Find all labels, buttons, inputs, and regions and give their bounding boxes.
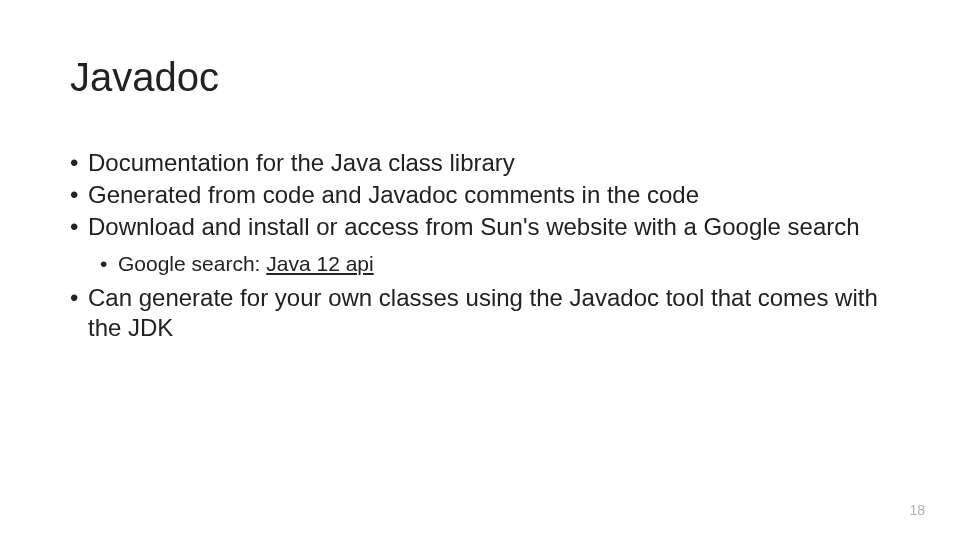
sub-bullet-prefix: Google search: bbox=[118, 252, 266, 275]
sub-bullet-item: Google search: Java 12 api bbox=[70, 250, 890, 277]
slide-title: Javadoc bbox=[70, 55, 890, 100]
bullet-item: Download and install or access from Sun'… bbox=[70, 212, 890, 242]
bullet-item: Documentation for the Java class library bbox=[70, 148, 890, 178]
search-link[interactable]: Java 12 api bbox=[266, 252, 373, 275]
page-number: 18 bbox=[909, 502, 925, 518]
sub-bullet-list: Google search: Java 12 api bbox=[70, 250, 890, 277]
bullet-list-2: Can generate for your own classes using … bbox=[70, 283, 890, 343]
bullet-list: Documentation for the Java class library… bbox=[70, 148, 890, 242]
slide-container: Javadoc Documentation for the Java class… bbox=[0, 0, 960, 540]
bullet-item: Generated from code and Javadoc comments… bbox=[70, 180, 890, 210]
bullet-item: Can generate for your own classes using … bbox=[70, 283, 890, 343]
